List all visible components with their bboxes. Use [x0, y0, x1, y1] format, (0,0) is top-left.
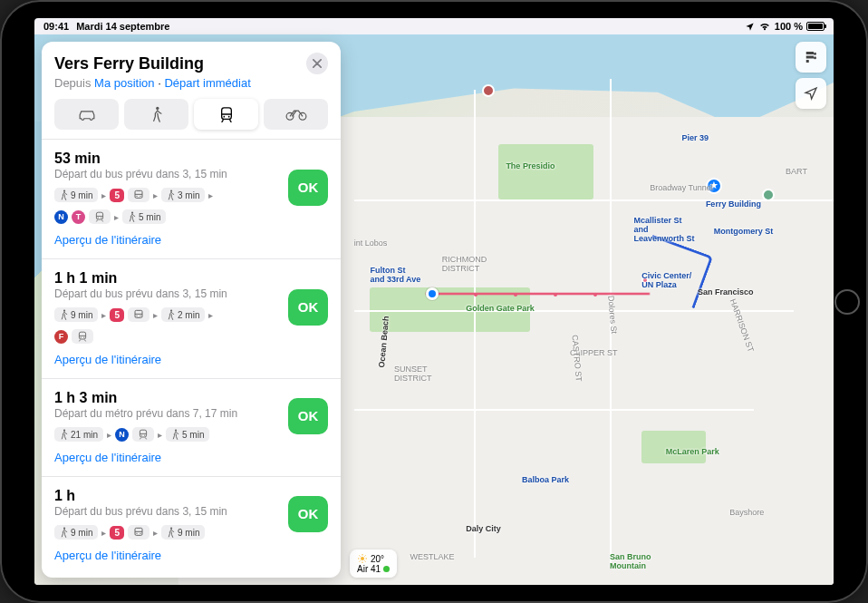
route-depart-text: Départ du bus prévu dans 3, 15 min — [54, 505, 279, 518]
map-label-bart: BART — [786, 167, 807, 176]
rail-step — [72, 329, 93, 344]
svg-point-27 — [63, 310, 65, 312]
map-label-civic: Civic Center/ UN Plaza — [641, 271, 691, 289]
tracking-button[interactable] — [796, 78, 826, 109]
map-label-ferry[interactable]: Ferry Building — [706, 199, 761, 209]
from-location-button[interactable]: Ma position — [94, 76, 154, 90]
mode-cycling[interactable] — [264, 99, 328, 130]
transit-line-badge: 5 — [110, 308, 124, 322]
svg-point-48 — [170, 528, 172, 530]
chevron-right-icon: ▸ — [158, 430, 162, 440]
map-label-broadway: Broadway Tunnel — [650, 183, 713, 192]
svg-point-43 — [63, 528, 65, 530]
battery-percent: 100 % — [775, 21, 803, 32]
transit-line-circle: N — [54, 210, 68, 224]
directions-panel: Vers Ferry Building Depuis Ma position ·… — [42, 42, 341, 578]
walk-step: 9 min — [54, 525, 98, 540]
preview-route-button[interactable]: Aperçu de l'itinéraire — [54, 451, 161, 464]
svg-point-20 — [140, 196, 140, 197]
svg-line-5 — [360, 556, 361, 557]
route-duration: 1 h — [54, 488, 279, 504]
walk-step: 9 min — [54, 188, 98, 202]
preview-route-button[interactable]: Aperçu de l'itinéraire — [54, 233, 161, 247]
go-button[interactable]: OK — [288, 496, 328, 532]
home-button[interactable] — [834, 289, 860, 315]
svg-point-42 — [175, 430, 177, 432]
walk-step: 9 min — [54, 307, 98, 322]
svg-point-25 — [101, 218, 101, 219]
svg-point-32 — [170, 310, 172, 312]
transit-line-circle: F — [54, 330, 68, 344]
transport-mode-selector — [54, 99, 328, 130]
preview-route-button[interactable]: Aperçu de l'itinéraire — [54, 549, 161, 562]
bike-icon — [285, 108, 307, 121]
map-label-presidio: The Presidio — [506, 161, 555, 170]
svg-point-24 — [98, 218, 99, 219]
route-duration: 1 h 3 min — [54, 390, 279, 406]
chevron-right-icon: ▸ — [114, 212, 119, 222]
svg-point-21 — [170, 190, 172, 192]
poi-marker-golden-gate[interactable] — [482, 84, 495, 97]
route-option[interactable]: 1 h 1 minDépart du bus prévu dans 3, 15 … — [42, 258, 341, 378]
wifi-icon — [758, 22, 771, 31]
weather-widget[interactable]: 20° Air 41 — [350, 550, 397, 578]
svg-point-36 — [83, 337, 84, 338]
status-time: 09:41 — [43, 21, 69, 32]
poi-marker-embarcadero[interactable] — [762, 189, 775, 201]
go-button[interactable]: OK — [288, 398, 328, 434]
chevron-right-icon: ▸ — [107, 430, 111, 440]
chevron-right-icon: ▸ — [208, 310, 213, 320]
transit-icon — [219, 106, 234, 122]
svg-point-41 — [144, 435, 145, 436]
mode-transit[interactable] — [194, 99, 258, 130]
route-option[interactable]: 1 h 3 minDépart du métro prévu dans 7, 1… — [42, 378, 341, 476]
svg-point-46 — [136, 533, 137, 534]
walk-icon — [151, 106, 162, 122]
transit-line-badge: 5 — [110, 189, 124, 202]
close-button[interactable] — [306, 53, 328, 74]
bus-step — [128, 307, 149, 322]
map-label-fulton: Fulton St and 33rd Ave — [370, 266, 420, 284]
chevron-right-icon: ▸ — [101, 190, 106, 200]
map-label-mclaren: McLaren Park — [666, 447, 719, 456]
mode-walking[interactable] — [124, 99, 188, 130]
go-button[interactable]: OK — [288, 289, 328, 326]
route-duration: 1 h 1 min — [54, 270, 279, 287]
transit-line-circle: N — [115, 428, 129, 442]
svg-point-47 — [140, 533, 140, 534]
map-label-balboa: Balboa Park — [522, 475, 569, 484]
map-label-sanbruno: San Bruno Mountain — [610, 552, 651, 570]
map-mode-button[interactable] — [796, 42, 826, 73]
aqi-dot-icon — [383, 566, 390, 572]
route-option[interactable]: 53 minDépart du bus prévu dans 3, 15 min… — [42, 139, 341, 258]
route-option[interactable]: 1 hDépart du bus prévu dans 3, 15 min9 m… — [42, 476, 341, 574]
map-label-sunset: SUNSET DISTRICT — [394, 365, 432, 383]
status-date: Mardi 14 septembre — [76, 21, 169, 32]
map-label-lobos: int Lobos — [354, 238, 388, 248]
walk-step: 5 min — [166, 427, 209, 442]
svg-line-7 — [360, 561, 361, 562]
route-depart-text: Départ du bus prévu dans 3, 15 min — [54, 168, 279, 180]
close-icon — [313, 59, 322, 68]
map-label-sf: San Francisco — [698, 287, 754, 297]
mode-driving[interactable] — [54, 99, 119, 130]
chevron-right-icon: ▸ — [101, 310, 106, 320]
location-arrow-icon — [745, 22, 755, 32]
go-button[interactable]: OK — [288, 170, 328, 206]
rail-step — [132, 427, 154, 442]
svg-point-0 — [361, 557, 364, 560]
map-label-bayshore: Bayshore — [729, 508, 764, 517]
svg-line-8 — [365, 556, 366, 557]
svg-point-26 — [131, 212, 133, 214]
chevron-right-icon: ▸ — [153, 190, 158, 200]
preview-route-button[interactable]: Aperçu de l'itinéraire — [54, 353, 161, 366]
bus-step — [128, 188, 149, 202]
svg-point-35 — [81, 337, 82, 338]
depart-time-button[interactable]: Départ immédiat — [164, 76, 250, 90]
chevron-right-icon: ▸ — [153, 528, 158, 538]
panel-title: Vers Ferry Building — [54, 54, 204, 73]
svg-point-30 — [136, 316, 137, 316]
route-depart-text: Départ du bus prévu dans 3, 15 min — [54, 287, 279, 300]
map-label-pier39: Pier 39 — [681, 133, 709, 142]
from-label: Depuis — [54, 76, 91, 90]
